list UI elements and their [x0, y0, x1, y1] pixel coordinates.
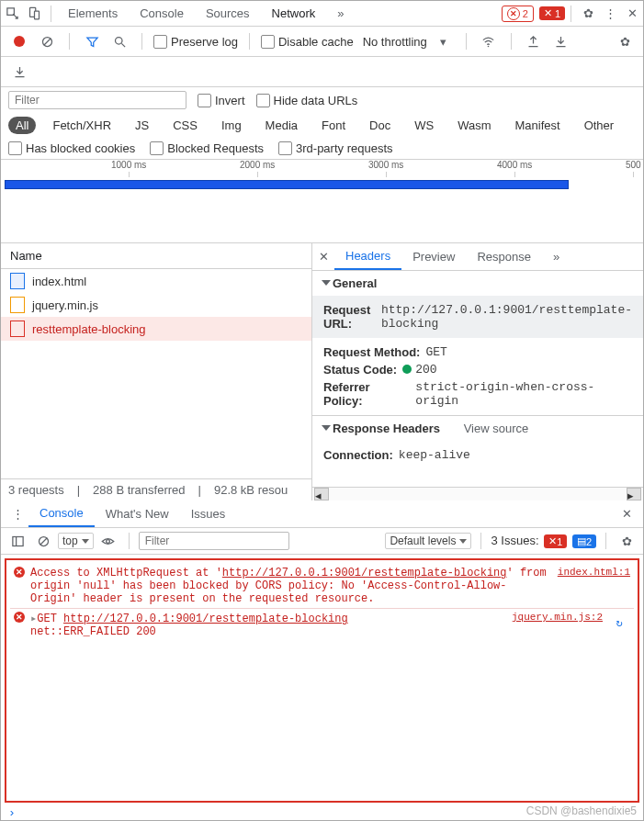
- download-har-icon[interactable]: [8, 61, 30, 83]
- pill-doc[interactable]: Doc: [362, 117, 398, 134]
- close-details-icon[interactable]: ✕: [312, 246, 334, 268]
- drawer-kebab-icon[interactable]: ⋮: [6, 503, 28, 525]
- console-source-link[interactable]: index.html:1: [558, 567, 630, 578]
- kebab-icon[interactable]: ⋮: [599, 3, 621, 25]
- svg-line-11: [40, 537, 47, 545]
- timeline-tick: 3000 ms: [368, 160, 403, 170]
- issues-summary[interactable]: 3 Issues: ✕ 1 ▤ 2: [491, 534, 596, 548]
- connection-label: Connection:: [323, 448, 393, 462]
- filter-icon[interactable]: [81, 30, 103, 52]
- console-sidebar-icon[interactable]: [6, 530, 28, 552]
- doc-icon: [10, 273, 25, 289]
- close-icon[interactable]: ✕: [621, 3, 643, 25]
- pill-other[interactable]: Other: [577, 117, 622, 134]
- section-general-header[interactable]: General: [312, 271, 643, 296]
- console-source-link[interactable]: jquery.min.js:2: [512, 612, 603, 623]
- drawer-tab-whatsnew[interactable]: What's New: [95, 501, 180, 526]
- pill-ws[interactable]: WS: [407, 117, 441, 134]
- watermark: CSDN @bashendixie5: [526, 804, 637, 817]
- console-filter-input[interactable]: [139, 532, 289, 550]
- svg-point-12: [107, 539, 110, 543]
- error-icon: ✕: [14, 567, 25, 578]
- tab-overflow[interactable]: »: [326, 1, 355, 26]
- download-icon[interactable]: [550, 30, 572, 52]
- pill-fetchxhr[interactable]: Fetch/XHR: [45, 117, 119, 134]
- request-url-value: http://127.0.0.1:9001/resttemplate-block…: [381, 303, 632, 331]
- blocked-cookies-checkbox[interactable]: Has blocked cookies: [8, 141, 135, 155]
- additional-filters: Has blocked cookies Blocked Requests 3rd…: [1, 138, 643, 160]
- filter-bar: Invert Hide data URLs: [1, 86, 643, 113]
- record-icon[interactable]: [8, 30, 30, 52]
- error-icon: ✕: [14, 612, 25, 623]
- error-count-outline[interactable]: ✕ 2: [502, 6, 534, 22]
- error-count-fill[interactable]: ✕ 1: [539, 6, 565, 20]
- upload-icon[interactable]: [523, 30, 545, 52]
- preserve-log[interactable]: Preserve log: [153, 35, 238, 49]
- request-row[interactable]: jquery.min.js: [1, 293, 311, 317]
- details-tab-headers[interactable]: Headers: [334, 243, 401, 270]
- svg-line-6: [121, 43, 125, 47]
- search-icon[interactable]: [108, 30, 130, 52]
- main-tabstrip: Elements Console Sources Network » ✕ 2 ✕…: [1, 1, 643, 27]
- network-settings-icon[interactable]: ✿: [614, 30, 636, 52]
- disable-cache[interactable]: Disable cache: [261, 35, 354, 49]
- svg-rect-2: [34, 11, 39, 19]
- view-source-link[interactable]: View source: [464, 422, 529, 435]
- request-details: ✕ Headers Preview Response » General Req…: [312, 243, 643, 500]
- blocked-requests-checkbox[interactable]: Blocked Requests: [150, 141, 264, 155]
- invert-checkbox[interactable]: Invert: [198, 94, 245, 107]
- tab-network[interactable]: Network: [261, 1, 327, 26]
- pill-all[interactable]: All: [8, 117, 36, 134]
- details-scrollbar[interactable]: ◂▸: [312, 487, 643, 500]
- context-selector[interactable]: top: [58, 533, 94, 549]
- request-row-selected[interactable]: resttemplate-blocking: [1, 317, 311, 341]
- section-response-headers[interactable]: Response Headers View source: [312, 415, 643, 441]
- pill-media[interactable]: Media: [258, 117, 305, 134]
- resource-type-pills: All Fetch/XHR JS CSS Img Media Font Doc …: [1, 113, 643, 138]
- referrer-policy-value: strict-origin-when-cross-origin: [415, 380, 632, 408]
- drawer-close-icon[interactable]: ✕: [616, 503, 638, 525]
- filter-input[interactable]: [8, 91, 186, 109]
- issues-error-badge: ✕ 1: [544, 534, 567, 548]
- wifi-icon[interactable]: [478, 30, 500, 52]
- pill-css[interactable]: CSS: [165, 117, 205, 134]
- svg-rect-8: [12, 536, 22, 545]
- console-url-link[interactable]: http://127.0.0.1:9001/resttemplate-block…: [222, 567, 507, 579]
- pill-js[interactable]: JS: [128, 117, 156, 134]
- request-method-label: Request Method:: [323, 345, 420, 359]
- list-header-name[interactable]: Name: [1, 243, 311, 269]
- pill-font[interactable]: Font: [314, 117, 353, 134]
- tab-elements[interactable]: Elements: [57, 1, 129, 26]
- pill-wasm[interactable]: Wasm: [450, 117, 498, 134]
- log-levels-select[interactable]: Default levels: [385, 533, 471, 549]
- drawer-tab-issues[interactable]: Issues: [180, 501, 237, 526]
- retry-icon[interactable]: ↻: [608, 612, 630, 634]
- pill-img[interactable]: Img: [214, 117, 249, 134]
- throttle-caret-icon[interactable]: ▾: [433, 30, 455, 52]
- eye-icon[interactable]: [97, 530, 119, 552]
- details-tab-overflow[interactable]: »: [542, 244, 571, 269]
- request-method-value: GET: [425, 345, 446, 359]
- drawer-tab-console[interactable]: Console: [28, 500, 95, 527]
- network-split: Name index.html jquery.min.js resttempla…: [1, 243, 643, 500]
- hide-data-urls-checkbox[interactable]: Hide data URLs: [256, 94, 358, 107]
- console-error-line: ✕ Access to XMLHttpRequest at 'http://12…: [10, 564, 634, 608]
- clear-icon[interactable]: [36, 30, 58, 52]
- devtools-window: Elements Console Sources Network » ✕ 2 ✕…: [0, 0, 644, 821]
- console-clear-icon[interactable]: [32, 530, 54, 552]
- device-icon[interactable]: [23, 3, 45, 25]
- timeline-tick: 2000 ms: [240, 160, 275, 170]
- request-row[interactable]: index.html: [1, 269, 311, 293]
- throttling-select[interactable]: No throttling: [363, 35, 427, 49]
- pill-manifest[interactable]: Manifest: [507, 117, 567, 134]
- details-tab-preview[interactable]: Preview: [401, 244, 466, 269]
- settings-icon[interactable]: ✿: [577, 3, 599, 25]
- timeline-overview[interactable]: 1000 ms 2000 ms 3000 ms 4000 ms 500: [1, 160, 643, 243]
- inspect-icon[interactable]: [1, 3, 23, 25]
- tab-console[interactable]: Console: [129, 1, 195, 26]
- third-party-checkbox[interactable]: 3rd-party requests: [278, 141, 393, 155]
- console-settings-icon[interactable]: ✿: [616, 530, 638, 552]
- console-url-link[interactable]: http://127.0.0.1:9001/resttemplate-block…: [63, 613, 348, 625]
- details-tab-response[interactable]: Response: [466, 244, 542, 269]
- tab-sources[interactable]: Sources: [195, 1, 261, 26]
